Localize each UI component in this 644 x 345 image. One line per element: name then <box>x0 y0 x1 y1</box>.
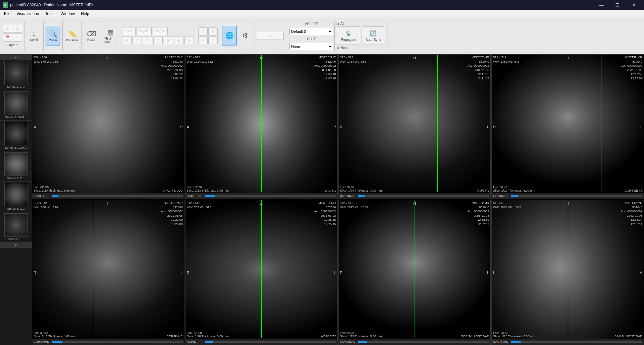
sidebar-scroll-up[interactable]: ▲ <box>0 54 32 60</box>
series-item-3[interactable]: Series 3: COR... <box>0 121 32 151</box>
menu-file[interactable]: File <box>1 11 13 17</box>
cell-bottom-bar-v2: SAGITTAL <box>185 193 337 199</box>
thick-slab-button[interactable]: ▤ Thick Slab <box>103 26 118 46</box>
win-btn-3[interactable]: ↔ <box>198 36 208 44</box>
series-item-4[interactable]: Series 4: C... <box>0 151 32 182</box>
viewer-cell-2[interactable]: 512 x 512 WW: 1224 WL: 612 MISTER^MR 832… <box>185 54 338 199</box>
orient-btn-6[interactable]: ◈ <box>174 36 183 44</box>
thick-slab-section: ▤ Thick Slab <box>103 21 120 51</box>
menu-tools[interactable]: Tools <box>43 11 57 17</box>
active-tool-section: 🌐 ⚙ <box>222 21 255 51</box>
layout-section: ⊞ ⊡ 📅 ≡ Layout <box>3 21 24 51</box>
propagate-label: Propagate <box>341 38 356 42</box>
series-label-5: Series 5: C... <box>7 207 24 210</box>
cell-bottom-bar-v1: SAGITTAL <box>32 193 184 199</box>
coronal-button[interactable]: Coronal <box>153 27 168 35</box>
layout-btn-1[interactable]: ⊞ <box>3 25 12 33</box>
erase-label: Erase <box>87 39 95 42</box>
layout-btn-3[interactable]: 📅 <box>3 33 12 42</box>
cell-slider-v2[interactable] <box>205 195 336 197</box>
viewer-cell-6[interactable]: 512 x 512 WW: 787 WL: 393 MISTER^MR 8320… <box>185 200 338 345</box>
menu-window[interactable]: Window <box>58 11 78 17</box>
menu-help[interactable]: Help <box>78 11 92 17</box>
scroll-button[interactable]: ↕ Scroll <box>26 26 41 46</box>
minimize-button[interactable]: — <box>594 0 609 10</box>
series-item-6[interactable]: Series 6: ... <box>0 212 32 243</box>
sidebar-scroll-down[interactable]: ▼ <box>0 243 32 248</box>
propagate-button[interactable]: 📡 Propagate <box>337 26 360 45</box>
cell-slider-fill-v2 <box>205 195 215 197</box>
scroll-section: ↕ Scroll <box>26 21 44 51</box>
win-btn-1[interactable]: ⊡ <box>198 27 208 36</box>
crosshair-v-v8 <box>568 200 568 338</box>
menubar: File Visualization Tools Window Help <box>0 10 644 17</box>
viewer-cell-7[interactable]: 512 x 512 WW: 2027 WL: 1013 MISTER^MR 83… <box>338 200 491 345</box>
viewer-cell-5[interactable]: 512 x 512 WW: 588 WL: 294 MISTER^MR 8320… <box>32 200 184 345</box>
cell-slider-v1[interactable] <box>52 195 183 197</box>
mri-image-v4 <box>492 55 644 193</box>
win-btn-4[interactable]: ☀ <box>208 36 218 44</box>
series-item-5[interactable]: Series 5: C... <box>0 182 32 212</box>
orient-btn-4[interactable]: ⊡ <box>153 36 163 44</box>
voi-lut-select[interactable]: Default 0 <box>289 28 333 35</box>
scroll-label: Scroll <box>30 38 38 42</box>
menu-visualization[interactable]: Visualization <box>14 11 42 17</box>
zoom-label: Zoom <box>49 39 57 42</box>
scroll-icon: ↕ <box>32 30 36 38</box>
cell-slider-v6[interactable] <box>205 341 336 343</box>
series-item-1[interactable]: Series 1: 3-... <box>0 60 32 90</box>
distance-button[interactable]: 📏 Distance <box>65 26 79 46</box>
restore-button[interactable]: ❐ <box>610 0 625 10</box>
distance-section: 📏 Distance <box>65 21 82 51</box>
crosshair-v-v7 <box>415 200 415 338</box>
orient-btn-3[interactable]: ↻ <box>143 36 152 44</box>
clut-select[interactable]: None <box>289 43 333 50</box>
viewer-cell-8[interactable]: 512 x 512 WW: 2088 WL: 1042 MISTER^MR 83… <box>491 200 644 345</box>
orient-btn-5[interactable]: ⊞ <box>164 36 173 44</box>
cell-slider-fill-v5 <box>52 341 62 343</box>
cell-slider-v8[interactable] <box>511 341 642 343</box>
window-section: ⊡ ⊞ ↔ ☀ <box>198 21 220 51</box>
cell-slider-v5[interactable] <box>52 341 183 343</box>
viewer-cell-4[interactable]: 512 x 512 WW: 1352 WL: 676 MISTER^MR 832… <box>491 54 644 199</box>
series-thumb-5 <box>4 183 28 206</box>
zoom-icon: 🔍 <box>49 30 57 38</box>
crosshair-v-v6 <box>261 200 262 338</box>
erase-button[interactable]: ⌫ Erase <box>84 26 99 46</box>
active-tool-button[interactable]: 🌐 <box>222 26 237 46</box>
orient-btn-2[interactable]: ↺ <box>132 36 142 44</box>
crosshair-v-v5 <box>93 200 93 338</box>
series-thumb-3 <box>4 122 28 145</box>
viewer-cell-3[interactable]: 512 x 512 WW: 1764 WL: 882 MISTER^MR 832… <box>338 54 491 199</box>
crosshair-v-v2 <box>261 55 262 192</box>
cell-orientation-v3: CORONAL <box>340 194 357 198</box>
window-controls: — ❐ ✕ <box>594 0 641 10</box>
cell-slider-v7[interactable] <box>358 341 489 343</box>
sagittal-label: Sagittal <box>139 29 149 33</box>
sagittal-button[interactable]: Sagittal <box>137 27 152 35</box>
zoom-button[interactable]: 🔍 Zoom <box>46 26 60 46</box>
pan-section: ▼ <box>257 21 286 51</box>
cell-orientation-v2: SAGITTAL <box>187 194 204 198</box>
cell-orientation-v8: SAGITTAL <box>493 340 510 343</box>
auto-sync-button[interactable]: 🔄 Auto-Sync <box>362 26 385 45</box>
orientation-section: Axial Sagittal Coronal ⊕ ↺ ↻ ⊡ ⊞ ◈ ⊗ <box>122 21 196 51</box>
layout-btn-2[interactable]: ⊡ <box>13 25 22 33</box>
viewer-cell-1[interactable]: 256 x 256 WW: 576 WL: 288 MISTER^MR 8320… <box>32 54 184 199</box>
orient-btn-1[interactable]: ⊕ <box>122 36 131 44</box>
cell-bottom-bar-v7: CORONAL <box>339 339 491 345</box>
series-label-4: Series 4: C... <box>7 177 24 180</box>
axial-label: Axial <box>125 29 132 33</box>
series-item-2[interactable]: Series 2: SAG... <box>0 90 32 121</box>
series-list: Series 1: 3-... Series 2: SAG... Series … <box>0 60 32 243</box>
cell-slider-v3[interactable] <box>358 195 489 197</box>
extra-tool-button[interactable]: ⚙ <box>238 26 253 46</box>
orient-btn-7[interactable]: ⊗ <box>184 36 194 44</box>
layout-btn-4[interactable]: ≡ <box>13 33 22 42</box>
win-btn-2[interactable]: ⊞ <box>208 27 218 36</box>
axial-button[interactable]: Axial <box>122 27 136 35</box>
close-button[interactable]: ✕ <box>626 0 641 10</box>
cell-slider-v4[interactable] <box>511 195 642 197</box>
pan-dropdown[interactable]: ▼ <box>257 32 284 40</box>
voi-section: VOI LUT Default 0 CLUT None <box>288 21 335 51</box>
